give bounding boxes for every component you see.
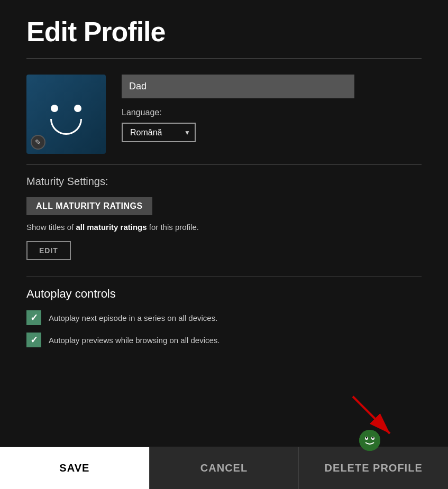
- annotation-arrow: [342, 386, 406, 449]
- autoplay-checkbox-2[interactable]: ✓: [26, 333, 41, 347]
- page-title: Edit Profile: [26, 16, 422, 48]
- maturity-section: Maturity Settings: ALL MATURITY RATINGS …: [26, 176, 422, 265]
- pencil-icon: ✎: [35, 138, 41, 146]
- autoplay-checkbox-2-item: ✓ Autoplay previews while browsing on al…: [26, 333, 422, 347]
- language-select-wrapper: Română English Français Deutsch Español …: [122, 123, 196, 142]
- avatar-eyes: [51, 105, 81, 112]
- language-select[interactable]: Română English Français Deutsch Español: [122, 123, 196, 142]
- maturity-description-prefix: Show titles of: [26, 223, 76, 232]
- autoplay-checkbox-2-label: Autoplay previews while browsing on all …: [49, 336, 220, 345]
- maturity-description-bold: all maturity ratings: [76, 223, 147, 232]
- maturity-edit-button[interactable]: EDIT: [26, 241, 71, 260]
- footer-bar: SAVE CANCEL DELETE PROFILE: [0, 447, 448, 489]
- save-button[interactable]: SAVE: [0, 447, 149, 489]
- autoplay-checkbox-1-item: ✓ Autoplay next episode in a series on a…: [26, 310, 422, 325]
- avatar-eye-right: [74, 105, 81, 112]
- language-label: Language:: [122, 108, 422, 117]
- autoplay-checkbox-1[interactable]: ✓: [26, 310, 41, 325]
- profile-fields: Language: Română English Français Deutsc…: [122, 75, 422, 142]
- maturity-description: Show titles of all maturity ratings for …: [26, 223, 422, 232]
- checkmark-icon-2: ✓: [30, 334, 38, 346]
- maturity-badge: ALL MATURITY RATINGS: [26, 197, 152, 215]
- autoplay-section: Autoplay controls ✓ Autoplay next episod…: [26, 287, 422, 347]
- page-container: Edit Profile ✎: [0, 0, 448, 489]
- avatar-wrapper: ✎: [26, 75, 106, 154]
- profile-section: ✎ Language: Română English Français Deut…: [26, 69, 422, 154]
- cancel-button[interactable]: CANCEL: [149, 447, 299, 489]
- profile-name-input[interactable]: [122, 75, 354, 98]
- svg-line-1: [353, 396, 390, 433]
- top-divider: [26, 58, 422, 59]
- avatar-edit-icon[interactable]: ✎: [31, 135, 45, 150]
- delete-profile-button[interactable]: DELETE PROFILE: [299, 447, 448, 489]
- autoplay-section-title: Autoplay controls: [26, 287, 422, 301]
- autoplay-checkbox-1-label: Autoplay next episode in a series on all…: [49, 313, 217, 322]
- avatar-eye-left: [51, 105, 58, 112]
- middle-divider-2: [26, 276, 422, 276]
- maturity-description-suffix: for this profile.: [147, 223, 199, 232]
- content-area: Edit Profile ✎: [26, 16, 422, 418]
- middle-divider-1: [26, 164, 422, 165]
- maturity-section-title: Maturity Settings:: [26, 176, 422, 188]
- checkmark-icon-1: ✓: [30, 312, 38, 324]
- avatar-smile: [50, 119, 82, 135]
